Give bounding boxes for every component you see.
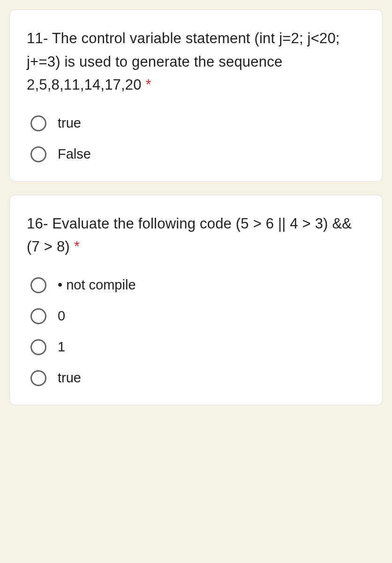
radio-option-true[interactable]: true (30, 370, 365, 386)
option-label: • not compile (58, 277, 136, 293)
option-label: true (58, 370, 81, 386)
radio-option-false[interactable]: False (30, 146, 365, 162)
option-label: 1 (58, 339, 65, 355)
question-card-11: 11- The control variable statement (int … (9, 9, 383, 182)
radio-option-1[interactable]: 1 (30, 339, 365, 355)
required-asterisk: * (74, 238, 80, 255)
radio-icon (30, 308, 46, 324)
question-card-16: 16- Evaluate the following code (5 > 6 |… (9, 195, 383, 405)
radio-icon (30, 370, 46, 386)
question-text: 16- Evaluate the following code (5 > 6 |… (27, 212, 365, 259)
required-asterisk: * (146, 76, 151, 93)
radio-icon (30, 339, 46, 355)
options-group: • not compile 0 1 true (27, 277, 365, 386)
question-body: 11- The control variable statement (int … (27, 30, 340, 93)
radio-option-not-compile[interactable]: • not compile (30, 277, 365, 293)
radio-option-0[interactable]: 0 (30, 308, 365, 324)
option-label: False (58, 146, 91, 162)
radio-icon (30, 146, 46, 162)
radio-icon (30, 277, 46, 293)
options-group: true False (27, 115, 365, 162)
question-text: 11- The control variable statement (int … (27, 27, 365, 97)
radio-icon (30, 115, 46, 131)
option-label: true (58, 115, 81, 131)
radio-option-true[interactable]: true (30, 115, 365, 131)
option-label: 0 (58, 308, 65, 324)
